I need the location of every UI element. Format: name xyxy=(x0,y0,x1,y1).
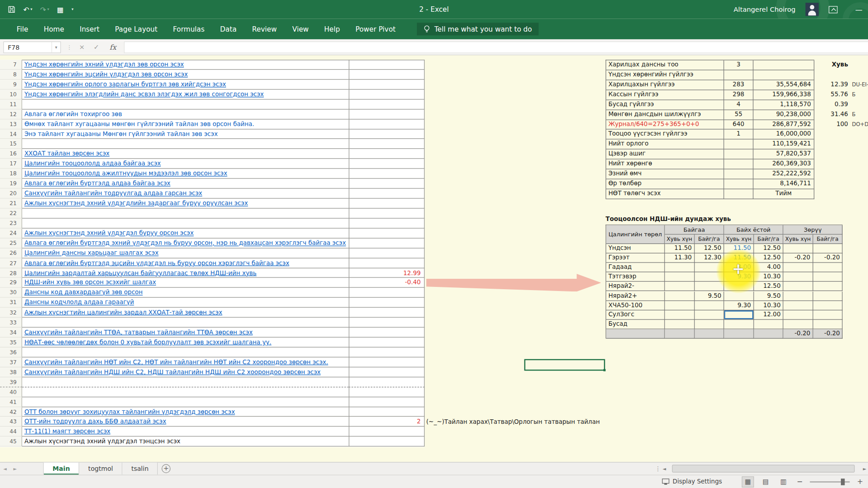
sheet-nav-right-icon[interactable]: ► xyxy=(14,466,17,471)
percent-header[interactable]: Хувь xyxy=(819,60,848,70)
value-cell-45[interactable] xyxy=(349,437,425,447)
percent-value-0[interactable]: 12.39 xyxy=(819,80,848,89)
ndsh-cell-0-4[interactable] xyxy=(783,244,813,253)
summary-label-6[interactable]: Журнал/640=275+365+0+0 xyxy=(606,120,724,130)
row-header-21[interactable]: 21 xyxy=(0,199,22,209)
row-header-24[interactable]: 24 xyxy=(0,228,22,238)
ndsh-cell-8-4[interactable] xyxy=(783,320,813,329)
zoom-out-button[interactable]: − xyxy=(795,478,805,486)
name-box-dropdown-icon[interactable]: ▾ xyxy=(52,42,61,52)
checklist-cell-43[interactable]: ОТТ-ийн тодруулга дахь ББӨ алдаатай эсэх xyxy=(22,417,349,427)
ndsh-summary-0[interactable] xyxy=(665,329,695,338)
summary-amount-3[interactable]: 159,966,338 xyxy=(754,90,815,100)
summary-count-1[interactable] xyxy=(724,70,754,80)
page-layout-view-button[interactable]: ▤ xyxy=(760,476,772,487)
row-header-28[interactable]: 28 xyxy=(0,268,22,278)
touch-mode-button[interactable]: ▦ xyxy=(57,5,64,14)
value-cell-22[interactable] xyxy=(349,209,425,219)
ndsh-label-4[interactable]: Нярай2- xyxy=(606,282,665,291)
summary-amount-1[interactable] xyxy=(754,70,815,80)
checklist-cell-35[interactable]: НӨАТ-өөс чөлөөлөгдөх болон 0 хувьтай бор… xyxy=(22,338,349,347)
checklist-cell-19[interactable]: Авлага өглөгийн бүртгэлд алдаа байгаа эс… xyxy=(22,179,349,189)
value-cell-39[interactable] xyxy=(349,377,425,387)
row-header-42[interactable]: 42 xyxy=(0,407,22,417)
ndsh-cell-0-0[interactable]: 11.50 xyxy=(665,244,695,253)
ndsh-group-1[interactable]: Байх ёстой xyxy=(724,225,783,235)
value-cell-15[interactable] xyxy=(349,139,425,149)
value-cell-40[interactable] xyxy=(349,387,425,397)
value-cell-11[interactable] xyxy=(349,99,425,109)
checklist-cell-41[interactable] xyxy=(22,397,349,407)
ndsh-cell-3-0[interactable] xyxy=(665,272,695,282)
row-header-35[interactable]: 35 xyxy=(0,338,22,347)
value-cell-36[interactable] xyxy=(349,347,425,357)
row-header-38[interactable]: 38 xyxy=(0,367,22,377)
sheet-tab-togtmol[interactable]: togtmol xyxy=(80,463,123,475)
checklist-cell-30[interactable]: Дансны код давхардаагүй зөв орсон xyxy=(22,288,349,298)
summary-label-0[interactable]: Харилцах дансны тоо xyxy=(606,60,724,70)
summary-amount-8[interactable]: 110,159,421 xyxy=(754,140,815,150)
value-cell-26[interactable] xyxy=(349,248,425,258)
checklist-cell-38[interactable]: Санхүүгийн тайлангийн НДШ ийн С2, НДШ та… xyxy=(22,367,349,377)
value-cell-20[interactable] xyxy=(349,189,425,199)
value-cell-29[interactable]: -0.40 xyxy=(349,278,425,288)
insert-function-button[interactable]: fx xyxy=(106,42,119,53)
ndsh-cell-6-0[interactable] xyxy=(665,301,695,310)
zoom-slider[interactable] xyxy=(810,481,850,482)
checklist-cell-11[interactable] xyxy=(22,99,349,109)
checklist-cell-7[interactable]: Үндсэн хөрөнгийн эхний үлдэгдэл зөв орсо… xyxy=(22,60,349,70)
summary-count-13[interactable] xyxy=(724,189,754,199)
sheet-nav-left-icon[interactable]: ◄ xyxy=(3,466,7,471)
row-header-23[interactable]: 23 xyxy=(0,219,22,229)
summary-count-5[interactable]: 55 xyxy=(724,110,754,120)
value-cell-34[interactable] xyxy=(349,328,425,338)
summary-label-1[interactable]: Үндсэн хөрөнгийн гүйлгээ xyxy=(606,70,724,80)
ndsh-cell-8-0[interactable] xyxy=(665,320,695,329)
checklist-cell-26[interactable]: Цалингийн дансны харьцааг шалгах эсэх xyxy=(22,248,349,258)
value-cell-35[interactable] xyxy=(349,338,425,347)
checklist-cell-39[interactable] xyxy=(22,377,349,387)
checklist-cell-10[interactable]: Үндсэн хөрөнгийн элэгдлийн данс эсвэл эл… xyxy=(22,89,349,99)
tab-splitter[interactable]: ⋮ xyxy=(655,463,661,475)
row-header-13[interactable]: 13 xyxy=(0,119,22,129)
checklist-cell-25[interactable]: Авлага өглөгийн бүртгэлд эхний үлдэгдэл … xyxy=(22,238,349,248)
row-header-30[interactable]: 30 xyxy=(0,288,22,298)
formula-bar-handle[interactable]: ⋮ xyxy=(66,42,72,53)
summary-count-12[interactable] xyxy=(724,179,754,189)
summary-label-8[interactable]: Нийт орлого xyxy=(606,140,724,150)
ndsh-group-0[interactable]: Байгаа xyxy=(665,225,724,235)
checklist-cell-34[interactable]: Санхүүгийн тайлангийн ТТӨА, татварын тай… xyxy=(22,328,349,338)
checklist-cell-33[interactable] xyxy=(22,318,349,328)
new-sheet-button[interactable]: + xyxy=(162,464,171,473)
row-header-26[interactable]: 26 xyxy=(0,248,22,258)
ndsh-summary-label[interactable] xyxy=(606,329,665,338)
row-header-44[interactable]: 44 xyxy=(0,427,22,437)
checklist-cell-44[interactable]: ТТ-11(1) маягт зөрсөн эсэх xyxy=(22,427,349,437)
row-header-8[interactable]: 8 xyxy=(0,70,22,80)
page-break-view-button[interactable]: ▥ xyxy=(777,476,789,487)
checklist-cell-42[interactable]: ОТТ болон зөрүүг зохицуулах тайлангийн ү… xyxy=(22,407,349,417)
checklist-cell-20[interactable]: Санхүүгийн тайлангийн тодруулгад алдаа г… xyxy=(22,189,349,199)
ndsh-summary-2[interactable] xyxy=(724,329,754,338)
summary-label-4[interactable]: Бусад гүйлгээ xyxy=(606,100,724,110)
value-cell-10[interactable] xyxy=(349,89,425,99)
checklist-cell-23[interactable] xyxy=(22,219,349,229)
row-header-43[interactable]: 43 xyxy=(0,417,22,427)
ndsh-cell-4-0[interactable] xyxy=(665,282,695,291)
summary-label-2[interactable]: Харилцахын гүйлгээ xyxy=(606,80,724,90)
zoom-in-button[interactable]: + xyxy=(855,478,865,486)
row-header-19[interactable]: 19 xyxy=(0,179,22,189)
ndsh-cell-3-5[interactable] xyxy=(813,272,843,282)
ribbon-tab-review[interactable]: Review xyxy=(244,19,284,39)
ndsh-cell-6-1[interactable] xyxy=(694,301,724,310)
checklist-cell-31[interactable]: Дансны кодчлолд алдаа гараагүй xyxy=(22,298,349,308)
ribbon-tab-power-pivot[interactable]: Power Pivot xyxy=(348,19,403,39)
value-cell-33[interactable] xyxy=(349,318,425,328)
row-header-31[interactable]: 31 xyxy=(0,298,22,308)
row-header-14[interactable]: 14 xyxy=(0,129,22,139)
summary-amount-9[interactable]: 57,820,537 xyxy=(754,150,815,160)
row-header-15[interactable]: 15 xyxy=(0,139,22,149)
summary-label-3[interactable]: Кассын гүйлгээ xyxy=(606,90,724,100)
ndsh-cell-2-5[interactable] xyxy=(813,263,843,272)
checklist-cell-24[interactable]: Ажлын хүснэгтэнд эхний үлдэгдэл буруу ор… xyxy=(22,228,349,238)
